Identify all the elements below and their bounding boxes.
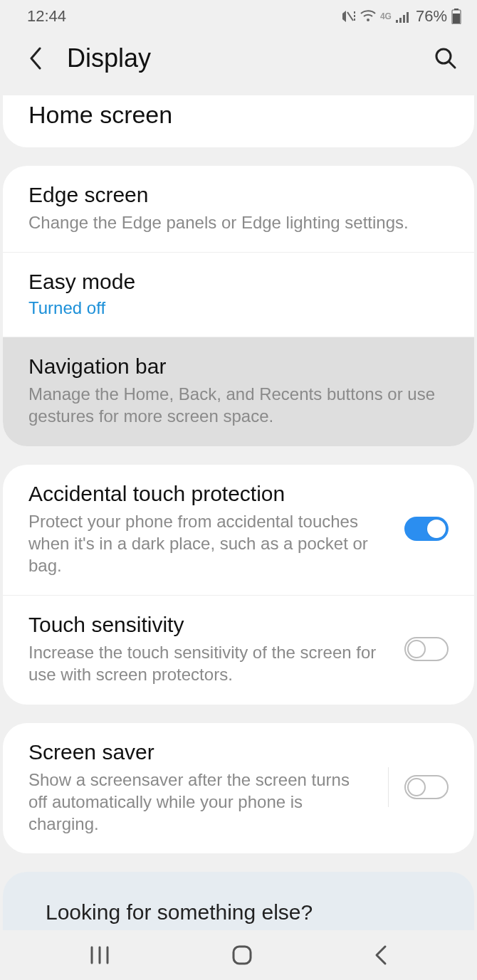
- setting-home-screen[interactable]: Home screen: [3, 95, 474, 147]
- status-bar: 12:44 4G 76%: [0, 0, 477, 33]
- toggle-switch[interactable]: [404, 775, 449, 799]
- setting-screen-saver[interactable]: Screen saver Show a screensaver after th…: [3, 723, 474, 854]
- setting-accidental-touch[interactable]: Accidental touch protection Protect your…: [3, 465, 474, 596]
- setting-title: Navigation bar: [28, 354, 449, 379]
- setting-navigation-bar[interactable]: Navigation bar Manage the Home, Back, an…: [3, 337, 474, 446]
- setting-status: Turned off: [28, 298, 449, 318]
- svg-rect-9: [453, 14, 460, 23]
- page-title: Display: [67, 43, 429, 73]
- setting-title: Home screen: [28, 101, 449, 129]
- svg-rect-4: [399, 18, 402, 23]
- setting-desc: Show a screensaver after the screen turn…: [28, 769, 360, 836]
- status-time: 12:44: [27, 7, 66, 26]
- settings-group: Edge screen Change the Edge panels or Ed…: [3, 166, 474, 446]
- setting-title: Accidental touch protection: [28, 482, 392, 506]
- wifi-icon: [360, 10, 376, 23]
- back-button[interactable]: [374, 944, 388, 966]
- system-navbar: [0, 930, 477, 980]
- setting-title: Screen saver: [28, 740, 360, 764]
- setting-desc: Manage the Home, Back, and Recents butto…: [28, 383, 449, 427]
- toggle-switch[interactable]: [404, 637, 449, 661]
- svg-point-2: [367, 19, 369, 21]
- svg-rect-6: [407, 12, 409, 23]
- network-label: 4G: [380, 11, 392, 21]
- battery-percent: 76%: [416, 7, 447, 26]
- setting-desc: Increase the touch sensitivity of the sc…: [28, 641, 392, 685]
- settings-group: Home screen: [3, 95, 474, 147]
- battery-icon: [451, 9, 461, 24]
- setting-edge-screen[interactable]: Edge screen Change the Edge panels or Ed…: [3, 166, 474, 252]
- setting-desc: Change the Edge panels or Edge lighting …: [28, 211, 449, 233]
- svg-rect-15: [234, 947, 251, 964]
- svg-line-11: [449, 62, 455, 68]
- setting-title: Easy mode: [28, 270, 449, 294]
- settings-group: Accidental touch protection Protect your…: [3, 465, 474, 705]
- setting-desc: Protect your phone from accidental touch…: [28, 510, 392, 577]
- setting-touch-sensitivity[interactable]: Touch sensitivity Increase the touch sen…: [3, 595, 474, 704]
- svg-rect-5: [403, 15, 405, 23]
- recents-button[interactable]: [89, 946, 110, 964]
- svg-rect-3: [396, 20, 398, 23]
- svg-line-0: [347, 12, 353, 21]
- back-icon[interactable]: [28, 47, 54, 70]
- divider: [388, 767, 389, 807]
- looking-title: Looking for something else?: [46, 900, 431, 924]
- mute-vibrate-icon: [340, 9, 356, 23]
- setting-easy-mode[interactable]: Easy mode Turned off: [3, 252, 474, 337]
- search-icon[interactable]: [429, 47, 457, 70]
- header: Display: [0, 33, 477, 84]
- home-button[interactable]: [231, 944, 253, 966]
- status-right: 4G 76%: [340, 7, 461, 26]
- toggle-switch[interactable]: [404, 517, 449, 541]
- signal-icon: [396, 10, 412, 23]
- setting-title: Edge screen: [28, 183, 449, 207]
- settings-group: Screen saver Show a screensaver after th…: [3, 723, 474, 854]
- setting-title: Touch sensitivity: [28, 613, 392, 637]
